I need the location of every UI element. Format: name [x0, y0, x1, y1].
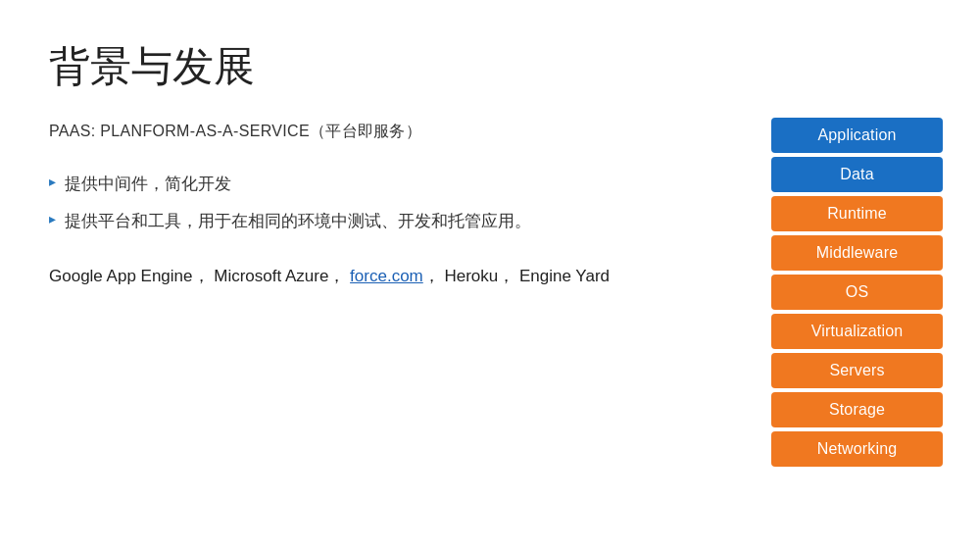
examples-prefix: Google App Engine， Microsoft Azure，: [49, 267, 350, 285]
stack-item-networking: Networking: [771, 431, 943, 467]
stack-item-runtime: Runtime: [771, 196, 943, 231]
stack-item-application: Application: [771, 118, 943, 153]
stack-diagram: ApplicationDataRuntimeMiddlewareOSVirtua…: [771, 118, 943, 467]
examples-suffix: ， Heroku， Engine Yard: [423, 267, 610, 285]
stack-item-storage: Storage: [771, 392, 943, 427]
stack-item-virtualization: Virtualization: [771, 314, 943, 349]
stack-item-data: Data: [771, 157, 943, 192]
examples-paragraph: Google App Engine， Microsoft Azure， forc…: [49, 263, 715, 289]
stack-item-servers: Servers: [771, 353, 943, 388]
force-com-link[interactable]: force.com: [350, 267, 423, 285]
slide-title: 背景与发展: [49, 39, 931, 94]
slide-container: 背景与发展 PAAS: PLANFORM-AS-A-SERVICE（平台即服务）…: [0, 0, 980, 551]
stack-item-middleware: Middleware: [771, 235, 943, 271]
bullet-item-1: 提供中间件，简化开发: [49, 172, 696, 197]
bullet-item-2: 提供平台和工具，用于在相同的环境中测试、开发和托管应用。: [49, 209, 696, 234]
stack-item-os: OS: [771, 275, 943, 310]
